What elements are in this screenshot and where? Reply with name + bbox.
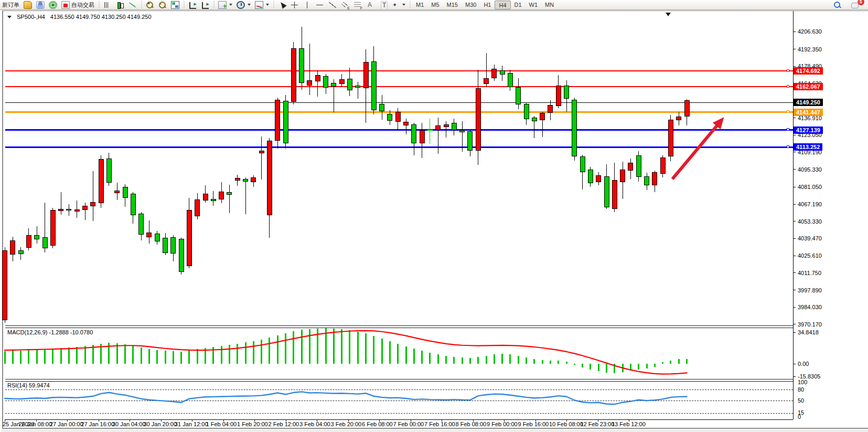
bear-candle: [524, 104, 529, 119]
price-level-line[interactable]: [5, 70, 793, 71]
macd-histogram-bar: [558, 361, 559, 364]
macd-histogram-bar: [550, 361, 551, 364]
bull-candle: [612, 180, 617, 209]
candle-wick: [430, 119, 430, 144]
macd-histogram-bar: [526, 357, 527, 364]
rsi-axis-label: 80: [798, 386, 804, 393]
panel-divider-macd-rsi[interactable]: [5, 381, 793, 382]
panel-divider-main-macd[interactable]: [5, 325, 793, 326]
bull-candle: [195, 199, 200, 216]
bull-candle: [484, 78, 489, 84]
macd-indicator-label: MACD(12,26,9) -1.2888 -10.0780: [7, 329, 93, 335]
bull-candle: [251, 177, 256, 182]
price-tick-label: 4039.470: [798, 235, 822, 241]
macd-histogram-bar: [92, 345, 94, 364]
macd-histogram-bar: [630, 364, 631, 371]
price-tick: [793, 204, 796, 205]
rsi-axis-label: 100: [798, 379, 807, 385]
bear-candle: [508, 73, 513, 87]
price-level-handle[interactable]: [787, 110, 789, 113]
macd-histogram-bar: [518, 356, 519, 364]
macd-histogram-bar: [542, 360, 543, 364]
bear-candle: [155, 234, 160, 241]
macd-histogram-bar: [237, 344, 238, 364]
bull-candle: [219, 192, 224, 199]
macd-signal-line: [5, 331, 687, 374]
time-label: 1 Feb 20:00: [237, 421, 268, 427]
bear-candle: [331, 83, 336, 87]
macd-histogram-bar: [269, 338, 270, 364]
chart-shift-marker-icon[interactable]: [666, 13, 671, 16]
rsi-axis-label: 0: [798, 414, 801, 420]
bear-candle: [572, 100, 577, 156]
macd-histogram-bar: [365, 333, 367, 364]
bear-candle: [355, 86, 360, 88]
rsi-line: [5, 392, 687, 404]
bull-candle: [275, 100, 280, 141]
bull-candle: [444, 124, 449, 127]
macd-histogram-bar: [582, 364, 583, 367]
macd-histogram-bar: [285, 333, 286, 364]
price-level-handle[interactable]: [787, 69, 789, 72]
panel-divider-main-macd[interactable]: [5, 328, 793, 328]
symbol-period-label: SP500-,H4: [17, 14, 45, 20]
macd-histogram-bar: [28, 350, 29, 364]
bear-candle: [580, 156, 585, 172]
bear-candle: [170, 237, 176, 254]
bear-candle: [123, 187, 128, 198]
macd-histogram-bar: [509, 354, 511, 364]
macd-axis-tick: [793, 364, 796, 364]
rsi-dashed-level: [5, 389, 793, 390]
candle-wick: [438, 118, 438, 154]
price-level-line[interactable]: [5, 146, 793, 148]
price-level-badge: 4127.139: [794, 127, 823, 134]
trend-arrow-annotation[interactable]: [672, 124, 718, 179]
macd-histogram-bar: [413, 349, 415, 364]
macd-histogram-bar: [76, 347, 78, 364]
time-label: 9 Feb 16:00: [518, 421, 549, 427]
bull-candle: [50, 210, 56, 246]
bear-candle: [227, 192, 232, 195]
time-label: 27 Jan 00:00: [50, 421, 83, 427]
bull-candle: [363, 62, 369, 88]
macd-axis-label: 34.8418: [798, 329, 819, 335]
bear-candle: [467, 131, 473, 151]
price-tick: [793, 152, 796, 152]
time-label: 30 Jan 04:00: [112, 421, 146, 427]
macd-histogram-bar: [373, 336, 374, 364]
bull-candle: [146, 233, 152, 237]
price-level-line[interactable]: [5, 86, 793, 87]
bear-candle: [18, 250, 24, 254]
chart-title: SP500-,H4 4136.550 4149.750 4130.250 414…: [7, 14, 152, 20]
macd-histogram-bar: [4, 351, 6, 364]
macd-histogram-bar: [566, 362, 567, 364]
price-level-badge: 4162.067: [794, 83, 823, 90]
macd-histogram-bar: [437, 354, 439, 364]
price-level-line[interactable]: [5, 129, 793, 131]
panel-divider-macd-rsi[interactable]: [5, 379, 793, 380]
bull-candle: [540, 113, 545, 120]
macd-histogram-bar: [349, 330, 350, 364]
macd-histogram-bar: [12, 351, 14, 364]
price-level-line[interactable]: [5, 102, 793, 103]
macd-histogram-bar: [188, 351, 190, 364]
price-level-handle[interactable]: [787, 128, 789, 131]
price-tick: [793, 324, 796, 324]
price-tick: [793, 221, 796, 222]
time-label: 7 Feb 00:00: [393, 421, 424, 427]
bear-candle: [211, 199, 216, 201]
macd-histogram-bar: [638, 364, 639, 370]
price-tick: [793, 256, 796, 256]
price-tick: [793, 31, 796, 32]
candle-wick: [358, 82, 358, 99]
price-level-handle[interactable]: [787, 85, 789, 88]
bear-candle: [500, 70, 505, 75]
macd-histogram-bar: [108, 343, 110, 364]
bull-candle: [435, 125, 441, 130]
macd-histogram-bar: [221, 346, 222, 364]
bull-candle: [556, 86, 561, 106]
price-level-handle[interactable]: [787, 145, 789, 148]
bull-candle: [2, 250, 7, 320]
one-click-trading-toggle-icon[interactable]: [7, 16, 12, 18]
macd-histogram-bar: [197, 349, 198, 364]
